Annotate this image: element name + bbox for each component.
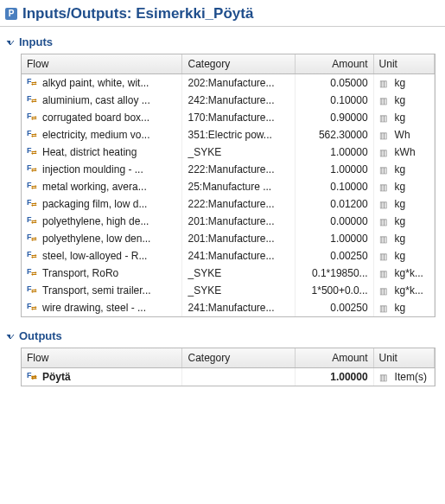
flow-icon: [27, 199, 39, 209]
unit-cell[interactable]: ▥kg: [373, 247, 434, 265]
column-header-unit[interactable]: Unit: [373, 54, 434, 74]
column-header-flow[interactable]: Flow: [22, 54, 182, 74]
amount-cell[interactable]: 1*500+0.0...: [296, 282, 373, 299]
category-cell[interactable]: 222:Manufacture...: [182, 195, 296, 213]
table-row[interactable]: Transport, semi trailer..._SYKE1*500+0.0…: [22, 282, 435, 299]
category-cell[interactable]: 222:Manufacture...: [182, 161, 296, 178]
category-cell[interactable]: 170:Manufacture...: [182, 109, 296, 126]
unit-cell[interactable]: ▥kg: [373, 161, 434, 178]
unit-cell[interactable]: ▥kg: [373, 230, 434, 247]
flow-name: polyethylene, low den...: [42, 233, 150, 245]
table-row[interactable]: Pöytä1.00000▥Item(s): [22, 368, 435, 386]
table-row[interactable]: metal working, avera...25:Manufacture ..…: [22, 178, 435, 195]
amount-cell[interactable]: 562.30000: [296, 126, 373, 144]
amount-cell[interactable]: 0.1*19850...: [296, 265, 373, 282]
unit-cell[interactable]: ▥kg: [373, 74, 434, 93]
category-cell[interactable]: 201:Manufacture...: [182, 213, 296, 230]
flow-cell[interactable]: wire drawing, steel - ...: [22, 299, 182, 316]
amount-cell[interactable]: 0.90000: [296, 109, 373, 126]
inputs-section: Inputs Flow Category Amount Unit alkyd p…: [3, 34, 442, 317]
column-header-category[interactable]: Category: [182, 348, 296, 368]
flow-icon: [27, 130, 39, 140]
category-cell[interactable]: _SYKE: [182, 144, 296, 161]
flow-cell[interactable]: steel, low-alloyed - R...: [22, 247, 182, 265]
unit-cell[interactable]: ▥kg: [373, 92, 434, 109]
amount-cell[interactable]: 0.00250: [296, 299, 373, 316]
outputs-section-header[interactable]: Outputs: [3, 328, 442, 348]
table-row[interactable]: alkyd paint, white, wit...202:Manufactur…: [22, 74, 435, 93]
unit-cell[interactable]: ▥Wh: [373, 126, 434, 144]
table-row[interactable]: aluminium, cast alloy ...242:Manufacture…: [22, 92, 435, 109]
amount-cell[interactable]: 0.00000: [296, 213, 373, 230]
table-row[interactable]: corrugated board box...170:Manufacture..…: [22, 109, 435, 126]
table-row[interactable]: polyethylene, low den...201:Manufacture.…: [22, 230, 435, 247]
amount-cell[interactable]: 1.00000: [296, 230, 373, 247]
flow-cell[interactable]: polyethylene, high de...: [22, 213, 182, 230]
unit-cell[interactable]: ▥kg*k...: [373, 265, 434, 282]
inputs-section-header[interactable]: Inputs: [3, 34, 442, 54]
table-row[interactable]: Heat, district heating_SYKE1.00000▥kWh: [22, 144, 435, 161]
flow-cell[interactable]: packaging film, low d...: [22, 195, 182, 213]
chevron-down-icon: [5, 37, 16, 48]
unit-cell[interactable]: ▥kg: [373, 213, 434, 230]
category-cell[interactable]: 241:Manufacture...: [182, 247, 296, 265]
table-row[interactable]: wire drawing, steel - ...241:Manufacture…: [22, 299, 435, 316]
category-cell[interactable]: 201:Manufacture...: [182, 230, 296, 247]
unit-text: kg: [395, 181, 406, 193]
category-cell[interactable]: [182, 368, 296, 386]
flow-cell[interactable]: metal working, avera...: [22, 178, 182, 195]
column-header-unit[interactable]: Unit: [373, 348, 434, 368]
category-cell[interactable]: 25:Manufacture ...: [182, 178, 296, 195]
unit-text: kg*k...: [395, 267, 423, 279]
category-cell[interactable]: _SYKE: [182, 282, 296, 299]
table-row[interactable]: polyethylene, high de...201:Manufacture.…: [22, 213, 435, 230]
amount-cell[interactable]: 0.00250: [296, 247, 373, 265]
flow-cell[interactable]: corrugated board box...: [22, 109, 182, 126]
unit-cell[interactable]: ▥kg: [373, 109, 434, 126]
table-row[interactable]: electricity, medium vo...351:Electric po…: [22, 126, 435, 144]
amount-cell[interactable]: 1.00000: [296, 161, 373, 178]
ruler-icon: ▥: [379, 165, 391, 175]
outputs-table[interactable]: Flow Category Amount Unit Pöytä1.00000▥I…: [21, 348, 435, 386]
amount-cell[interactable]: 0.10000: [296, 178, 373, 195]
category-cell[interactable]: 242:Manufacture...: [182, 92, 296, 109]
flow-cell[interactable]: Transport, RoRo: [22, 265, 182, 282]
table-row[interactable]: steel, low-alloyed - R...241:Manufacture…: [22, 247, 435, 265]
column-header-category[interactable]: Category: [182, 54, 296, 74]
unit-cell[interactable]: ▥kg: [373, 178, 434, 195]
unit-cell[interactable]: ▥kWh: [373, 144, 434, 161]
amount-cell[interactable]: 1.00000: [296, 368, 373, 386]
unit-text: Wh: [395, 129, 410, 141]
table-row[interactable]: packaging film, low d...222:Manufacture.…: [22, 195, 435, 213]
flow-cell[interactable]: polyethylene, low den...: [22, 230, 182, 247]
flow-cell[interactable]: Transport, semi trailer...: [22, 282, 182, 299]
amount-cell[interactable]: 1.00000: [296, 144, 373, 161]
category-cell[interactable]: 202:Manufacture...: [182, 74, 296, 93]
unit-cell[interactable]: ▥kg: [373, 195, 434, 213]
flow-cell[interactable]: aluminium, cast alloy ...: [22, 92, 182, 109]
amount-cell[interactable]: 0.05000: [296, 74, 373, 93]
inputs-table[interactable]: Flow Category Amount Unit alkyd paint, w…: [21, 54, 435, 317]
table-row[interactable]: injection moulding - ...222:Manufacture.…: [22, 161, 435, 178]
flow-icon: [27, 164, 39, 175]
category-cell[interactable]: 241:Manufacture...: [182, 299, 296, 316]
amount-cell[interactable]: 0.10000: [296, 92, 373, 109]
ruler-icon: ▥: [379, 113, 391, 123]
flow-cell[interactable]: injection moulding - ...: [22, 161, 182, 178]
amount-cell[interactable]: 0.01200: [296, 195, 373, 213]
unit-cell[interactable]: ▥kg*k...: [373, 282, 434, 299]
column-header-amount[interactable]: Amount: [296, 348, 373, 368]
column-header-flow[interactable]: Flow: [22, 348, 182, 368]
category-cell[interactable]: _SYKE: [182, 265, 296, 282]
unit-cell[interactable]: ▥Item(s): [373, 368, 434, 386]
category-cell[interactable]: 351:Electric pow...: [182, 126, 296, 144]
flow-cell[interactable]: alkyd paint, white, wit...: [22, 74, 182, 93]
column-header-amount[interactable]: Amount: [296, 54, 373, 74]
title-prefix: Inputs/Outputs:: [22, 5, 136, 22]
flow-cell[interactable]: electricity, medium vo...: [22, 126, 182, 144]
table-row[interactable]: Transport, RoRo_SYKE0.1*19850...▥kg*k...: [22, 265, 435, 282]
outputs-section: Outputs Flow Category Amount Unit Pöytä1…: [3, 328, 442, 386]
unit-cell[interactable]: ▥kg: [373, 299, 434, 316]
flow-cell[interactable]: Heat, district heating: [22, 144, 182, 161]
flow-cell[interactable]: Pöytä: [22, 368, 182, 386]
